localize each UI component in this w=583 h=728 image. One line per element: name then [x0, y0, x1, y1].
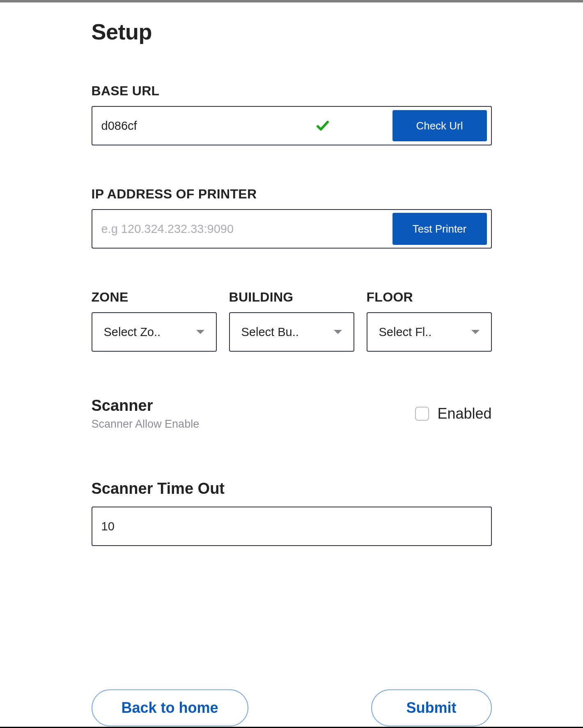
chevron-down-icon: [471, 330, 480, 334]
zone-select[interactable]: Select Zo..: [92, 312, 217, 352]
check-url-button[interactable]: Check Url: [392, 110, 487, 141]
building-label: BUILDING: [229, 290, 354, 305]
timeout-input[interactable]: [92, 507, 492, 546]
check-icon: [310, 118, 335, 133]
base-url-row: Check Url: [92, 106, 492, 145]
floor-selected-text: Select Fl..: [379, 325, 432, 339]
scanner-toggle: Enabled: [415, 405, 491, 422]
floor-select[interactable]: Select Fl..: [367, 312, 492, 352]
base-url-label: BASE URL: [92, 83, 492, 99]
building-select[interactable]: Select Bu..: [229, 312, 354, 352]
submit-button[interactable]: Submit: [371, 689, 492, 726]
scanner-section: Scanner Scanner Allow Enable Enabled: [92, 397, 492, 431]
building-selected-text: Select Bu..: [241, 325, 299, 339]
base-url-input[interactable]: [101, 119, 310, 133]
chevron-down-icon: [196, 330, 204, 334]
zone-col: ZONE Select Zo..: [92, 290, 217, 352]
timeout-section: Scanner Time Out: [92, 480, 492, 546]
floor-label: FLOOR: [367, 290, 492, 305]
scanner-title: Scanner: [92, 397, 200, 415]
location-selects: ZONE Select Zo.. BUILDING Select Bu.. FL…: [92, 290, 492, 352]
printer-ip-label: IP ADDRESS OF PRINTER: [92, 187, 492, 202]
test-printer-button[interactable]: Test Printer: [392, 213, 487, 245]
page-title: Setup: [92, 19, 492, 44]
zone-label: ZONE: [92, 290, 217, 305]
printer-ip-input[interactable]: [101, 222, 392, 236]
floor-col: FLOOR Select Fl..: [367, 290, 492, 352]
scanner-subtitle: Scanner Allow Enable: [92, 418, 200, 431]
bottom-buttons: Back to home Submit: [92, 689, 492, 728]
scanner-enabled-checkbox[interactable]: [415, 407, 429, 421]
printer-ip-section: IP ADDRESS OF PRINTER Test Printer: [92, 187, 492, 249]
scanner-text: Scanner Scanner Allow Enable: [92, 397, 200, 431]
setup-form: Setup BASE URL Check Url IP ADDRESS OF P…: [92, 2, 492, 728]
chevron-down-icon: [334, 330, 342, 334]
scanner-enabled-label: Enabled: [437, 405, 491, 422]
base-url-section: BASE URL Check Url: [92, 83, 492, 145]
printer-ip-row: Test Printer: [92, 209, 492, 249]
zone-selected-text: Select Zo..: [104, 325, 161, 339]
back-to-home-button[interactable]: Back to home: [92, 689, 248, 726]
building-col: BUILDING Select Bu..: [229, 290, 354, 352]
timeout-label: Scanner Time Out: [92, 480, 492, 498]
